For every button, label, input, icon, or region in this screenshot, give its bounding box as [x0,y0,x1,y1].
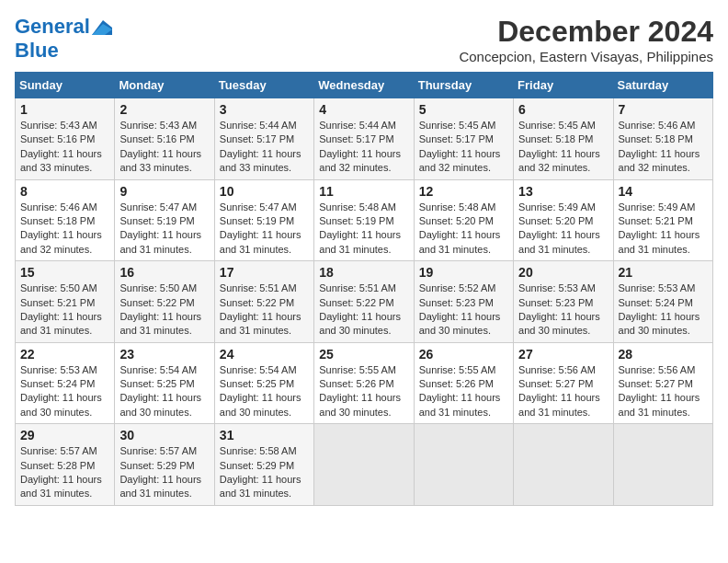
day-number: 8 [20,184,109,199]
table-row: 30 Sunrise: 5:57 AMSunset: 5:29 PMDaylig… [115,424,214,506]
table-row: 25 Sunrise: 5:55 AMSunset: 5:26 PMDaylig… [314,342,414,424]
day-number: 22 [20,347,109,362]
day-info: Sunrise: 5:54 AMSunset: 5:25 PMDaylight:… [220,364,301,418]
day-info: Sunrise: 5:55 AMSunset: 5:26 PMDaylight:… [419,364,501,418]
day-number: 17 [220,265,309,280]
day-info: Sunrise: 5:44 AMSunset: 5:17 PMDaylight:… [319,120,401,173]
day-info: Sunrise: 5:58 AMSunset: 5:29 PMDaylight:… [220,445,301,499]
day-info: Sunrise: 5:57 AMSunset: 5:29 PMDaylight:… [119,445,201,499]
table-row: 19 Sunrise: 5:52 AMSunset: 5:23 PMDaylig… [414,261,513,343]
table-row: 9 Sunrise: 5:47 AMSunset: 5:19 PMDayligh… [115,179,214,261]
day-info: Sunrise: 5:47 AMSunset: 5:19 PMDaylight:… [220,201,301,255]
table-row: 21 Sunrise: 5:53 AMSunset: 5:24 PMDaylig… [613,261,712,343]
table-row: 12 Sunrise: 5:48 AMSunset: 5:20 PMDaylig… [414,179,513,261]
table-row: 27 Sunrise: 5:56 AMSunset: 5:27 PMDaylig… [514,342,613,424]
day-number: 6 [518,102,608,117]
day-info: Sunrise: 5:53 AMSunset: 5:24 PMDaylight:… [619,282,700,336]
table-row: 20 Sunrise: 5:53 AMSunset: 5:23 PMDaylig… [514,261,613,343]
day-info: Sunrise: 5:50 AMSunset: 5:21 PMDaylight:… [20,282,102,336]
day-info: Sunrise: 5:56 AMSunset: 5:27 PMDaylight:… [518,364,600,418]
header-tuesday: Tuesday [214,73,313,98]
day-number: 26 [419,347,508,362]
table-row [414,424,513,506]
table-row: 8 Sunrise: 5:46 AMSunset: 5:18 PMDayligh… [16,179,115,261]
day-info: Sunrise: 5:55 AMSunset: 5:26 PMDaylight:… [319,364,401,418]
table-row: 4 Sunrise: 5:44 AMSunset: 5:17 PMDayligh… [314,98,414,180]
day-number: 23 [119,347,209,362]
table-row [613,424,712,506]
table-row: 26 Sunrise: 5:55 AMSunset: 5:26 PMDaylig… [414,342,513,424]
day-number: 3 [220,102,309,117]
day-number: 31 [220,428,309,442]
page-subtitle: Concepcion, Eastern Visayas, Philippines [459,49,713,64]
calendar-header-row: Sunday Monday Tuesday Wednesday Thursday… [16,73,713,98]
day-info: Sunrise: 5:54 AMSunset: 5:25 PMDaylight:… [119,364,201,418]
day-info: Sunrise: 5:56 AMSunset: 5:27 PMDaylight:… [619,364,700,418]
page-header: GeneralBlue December 2024 Concepcion, Ea… [15,15,713,64]
table-row: 28 Sunrise: 5:56 AMSunset: 5:27 PMDaylig… [613,342,712,424]
day-number: 12 [419,184,508,199]
title-block: December 2024 Concepcion, Eastern Visaya… [459,15,713,64]
day-number: 18 [319,265,408,280]
day-info: Sunrise: 5:43 AMSunset: 5:16 PMDaylight:… [20,120,102,173]
day-number: 20 [518,265,608,280]
day-info: Sunrise: 5:44 AMSunset: 5:17 PMDaylight:… [220,120,301,173]
day-number: 9 [119,184,209,199]
logo-icon [92,20,112,40]
table-row: 17 Sunrise: 5:51 AMSunset: 5:22 PMDaylig… [214,261,313,343]
day-number: 24 [220,347,309,362]
day-number: 27 [518,347,608,362]
table-row: 6 Sunrise: 5:45 AMSunset: 5:18 PMDayligh… [514,98,613,180]
header-sunday: Sunday [16,73,115,98]
day-info: Sunrise: 5:43 AMSunset: 5:16 PMDaylight:… [119,120,201,173]
table-row: 29 Sunrise: 5:57 AMSunset: 5:28 PMDaylig… [16,424,115,506]
page-title: December 2024 [459,15,713,49]
table-row: 7 Sunrise: 5:46 AMSunset: 5:18 PMDayligh… [613,98,712,180]
day-number: 19 [419,265,508,280]
day-info: Sunrise: 5:47 AMSunset: 5:19 PMDaylight:… [119,201,201,255]
day-number: 16 [119,265,209,280]
day-number: 11 [319,184,408,199]
day-number: 25 [319,347,408,362]
table-row [514,424,613,506]
day-info: Sunrise: 5:49 AMSunset: 5:20 PMDaylight:… [518,201,600,255]
table-row: 18 Sunrise: 5:51 AMSunset: 5:22 PMDaylig… [314,261,414,343]
calendar-week-row: 15 Sunrise: 5:50 AMSunset: 5:21 PMDaylig… [16,261,713,343]
calendar-week-row: 22 Sunrise: 5:53 AMSunset: 5:24 PMDaylig… [16,342,713,424]
day-info: Sunrise: 5:53 AMSunset: 5:23 PMDaylight:… [518,282,600,336]
day-info: Sunrise: 5:57 AMSunset: 5:28 PMDaylight:… [20,445,102,499]
calendar-week-row: 8 Sunrise: 5:46 AMSunset: 5:18 PMDayligh… [16,179,713,261]
logo-text: GeneralBlue [15,15,90,63]
header-friday: Friday [514,73,613,98]
day-number: 15 [20,265,109,280]
day-number: 1 [20,102,109,117]
header-saturday: Saturday [613,73,712,98]
table-row: 13 Sunrise: 5:49 AMSunset: 5:20 PMDaylig… [514,179,613,261]
table-row: 16 Sunrise: 5:50 AMSunset: 5:22 PMDaylig… [115,261,214,343]
table-row: 31 Sunrise: 5:58 AMSunset: 5:29 PMDaylig… [214,424,313,506]
day-number: 5 [419,102,508,117]
table-row [314,424,414,506]
day-number: 29 [20,428,109,442]
day-info: Sunrise: 5:48 AMSunset: 5:20 PMDaylight:… [419,201,501,255]
day-info: Sunrise: 5:46 AMSunset: 5:18 PMDaylight:… [619,120,700,173]
header-wednesday: Wednesday [314,73,414,98]
day-info: Sunrise: 5:53 AMSunset: 5:24 PMDaylight:… [20,364,102,418]
day-number: 30 [119,428,209,442]
day-number: 7 [619,102,708,117]
day-number: 21 [619,265,708,280]
day-info: Sunrise: 5:49 AMSunset: 5:21 PMDaylight:… [619,201,700,255]
day-info: Sunrise: 5:46 AMSunset: 5:18 PMDaylight:… [20,201,102,255]
day-info: Sunrise: 5:52 AMSunset: 5:23 PMDaylight:… [419,282,501,336]
table-row: 15 Sunrise: 5:50 AMSunset: 5:21 PMDaylig… [16,261,115,343]
table-row: 22 Sunrise: 5:53 AMSunset: 5:24 PMDaylig… [16,342,115,424]
header-monday: Monday [115,73,214,98]
day-info: Sunrise: 5:51 AMSunset: 5:22 PMDaylight:… [220,282,301,336]
day-number: 4 [319,102,408,117]
day-info: Sunrise: 5:51 AMSunset: 5:22 PMDaylight:… [319,282,401,336]
table-row: 23 Sunrise: 5:54 AMSunset: 5:25 PMDaylig… [115,342,214,424]
calendar-week-row: 1 Sunrise: 5:43 AMSunset: 5:16 PMDayligh… [16,98,713,180]
day-number: 14 [619,184,708,199]
header-thursday: Thursday [414,73,513,98]
day-number: 10 [220,184,309,199]
